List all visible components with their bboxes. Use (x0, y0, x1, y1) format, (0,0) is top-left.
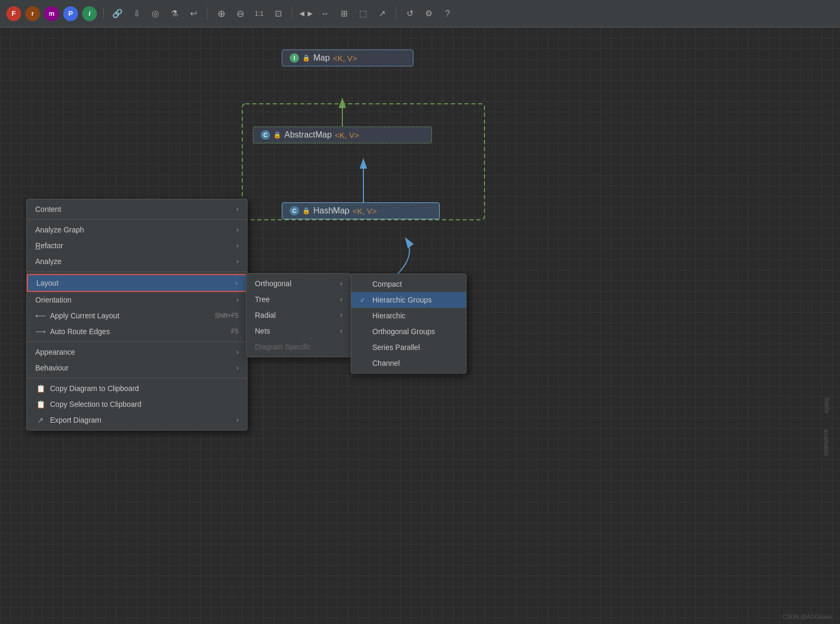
auto-route-label: Auto Route Edges (50, 327, 110, 336)
layout-btn4[interactable]: ⬚ (355, 6, 370, 21)
zoom-out-btn[interactable]: ⊖ (233, 6, 248, 21)
sep2 (27, 271, 247, 272)
layout-arrow: › (235, 279, 238, 287)
apply-layout-shortcut: Shift+F5 (215, 312, 239, 319)
fit-btn[interactable]: ⊡ (271, 6, 285, 21)
layout-btn3[interactable]: ⊞ (337, 6, 351, 21)
sep2 (207, 7, 207, 20)
abstractmap-name: AbstractMap (284, 130, 332, 140)
sep4 (27, 378, 247, 378)
r-icon[interactable]: r (25, 6, 40, 21)
export-diagram-label: Export Diagram (50, 416, 101, 424)
sep1 (27, 219, 247, 220)
hashmap-node[interactable]: C 🔒 HashMap <K, V> (282, 202, 440, 219)
filter-btn[interactable]: ⚗ (167, 6, 182, 21)
abstractmap-node[interactable]: C 🔒 AbstractMap <K, V> (253, 126, 432, 143)
watermark: CSDN @AGGkaka (783, 613, 832, 620)
auto-route-icon: ⟶ (35, 327, 46, 336)
submenu3-channel[interactable]: Channel (351, 355, 466, 371)
layout-btn1[interactable]: ◄► (299, 6, 313, 21)
menu-analyze[interactable]: Analyze › (27, 253, 247, 269)
export-diagram-icon: ↗ (35, 416, 46, 424)
sep1 (103, 7, 104, 20)
behaviour-label: Behaviour (35, 364, 68, 372)
zoom-11-btn[interactable]: 1:1 (252, 6, 266, 21)
context-menu: Content › Analyze Graph › Refactor › Ana… (26, 199, 248, 431)
menu-apply-layout[interactable]: ⟵ Apply Current Layout Shift+F5 (27, 308, 247, 324)
menu-export-diagram[interactable]: ↗ Export Diagram › (27, 412, 247, 428)
radial-label: Radial (255, 311, 276, 319)
submenu3-hierarchic[interactable]: Hierarchic (351, 308, 466, 324)
compact-check (360, 280, 368, 288)
submenu-radial[interactable]: Radial › (246, 307, 351, 323)
menu-behaviour[interactable]: Behaviour › (27, 360, 247, 376)
i-icon[interactable]: i (82, 6, 97, 21)
map-node[interactable]: I 🔒 Map <K, V> (282, 50, 413, 66)
sep3 (292, 7, 292, 20)
compact-label: Compact (372, 280, 402, 288)
menu-copy-diagram[interactable]: 📋 Copy Diagram to Clipboard (27, 381, 247, 396)
menu-refactor[interactable]: Refactor › (27, 238, 247, 253)
menu-content[interactable]: Content › (27, 201, 247, 217)
help-btn[interactable]: ? (440, 6, 455, 21)
layout-btn2[interactable]: ↔ (318, 6, 332, 21)
submenu3-orthogonal-groups[interactable]: Orthogonal Groups (351, 324, 466, 339)
menu-copy-selection[interactable]: 📋 Copy Selection to Clipboard (27, 396, 247, 412)
canvas: I 🔒 Map <K, V> C 🔒 AbstractMap <K, V> C … (0, 27, 840, 624)
hierarchic-check (360, 312, 368, 320)
orientation-arrow: › (236, 296, 239, 304)
hashmap-icon: C (290, 206, 299, 216)
submenu-tree[interactable]: Tree › (246, 291, 351, 307)
f-icon[interactable]: F (6, 6, 21, 21)
submenu3-hierarchic-groups[interactable]: ✓ Hierarchic Groups (351, 292, 466, 308)
behaviour-arrow: › (236, 364, 239, 372)
layout-submenu: Orthogonal › Compact ✓ Hierarchic Groups (246, 273, 351, 357)
zoom-in-btn[interactable]: ⊕ (214, 6, 229, 21)
hashmap-generic: <K, V> (352, 207, 377, 216)
sep3 (27, 342, 247, 342)
submenu-orthogonal[interactable]: Orthogonal › Compact ✓ Hierarchic Groups (246, 276, 351, 291)
menu-orientation[interactable]: Orientation › (27, 292, 247, 308)
link-btn[interactable]: 🔗 (110, 6, 125, 21)
channel-label: Channel (372, 359, 400, 367)
apply-layout-label: Apply Current Layout (50, 311, 120, 320)
hierarchic-label: Hierarchic (372, 311, 406, 320)
refresh-btn[interactable]: ↺ (402, 6, 417, 21)
submenu3-series-parallel[interactable]: Series Parallel (351, 339, 466, 355)
orthogonal-groups-check (360, 328, 368, 336)
map-lock: 🔒 (302, 54, 310, 62)
menu-appearance[interactable]: Appearance › (27, 344, 247, 360)
map-generic: <K, V> (333, 54, 357, 63)
back-btn[interactable]: ↩ (186, 6, 201, 21)
orthogonal-label: Orthogonal (255, 279, 291, 288)
orientation-label: Orientation (35, 296, 71, 304)
settings-btn[interactable]: ⚙ (421, 6, 436, 21)
channel-check (360, 359, 368, 367)
content-label: Content (35, 205, 61, 213)
submenu3-compact[interactable]: Compact (351, 276, 466, 292)
menu-layout[interactable]: Layout › Orthogonal › Compact (27, 274, 247, 292)
orthogonal-submenu: Compact ✓ Hierarchic Groups Hierarchic (351, 274, 467, 374)
left-top-label: Pow (0, 309, 1, 323)
tree-label: Tree (255, 295, 270, 304)
copy-diagram-icon: 📋 (35, 384, 46, 393)
target-btn[interactable]: ◎ (148, 6, 163, 21)
menu-auto-route[interactable]: ⟶ Auto Route Edges F5 (27, 324, 247, 339)
menu-analyze-graph[interactable]: Analyze Graph › (27, 222, 247, 238)
apply-layout-icon: ⟵ (35, 311, 46, 320)
export-btn[interactable]: ↗ (374, 6, 389, 21)
p-icon[interactable]: P (63, 6, 78, 21)
hashmap-lock: 🔒 (302, 207, 310, 214)
abstractmap-icon: C (261, 130, 270, 140)
down-arrow-btn[interactable]: ⇩ (129, 6, 144, 21)
sep4 (396, 7, 396, 20)
toolbar: F r m P i 🔗 ⇩ ◎ ⚗ ↩ ⊕ ⊖ 1:1 ⊡ ◄► ↔ ⊞ ⬚ ↗… (0, 0, 840, 27)
radial-arrow: › (340, 311, 342, 319)
analyze-label: Analyze (35, 257, 62, 266)
appearance-arrow: › (236, 348, 239, 356)
analyze-graph-label: Analyze Graph (35, 226, 84, 234)
m-icon[interactable]: m (44, 6, 59, 21)
map-name: Map (313, 53, 330, 63)
right-top-label: ilable (823, 397, 831, 413)
submenu-nets[interactable]: Nets › (246, 323, 351, 339)
